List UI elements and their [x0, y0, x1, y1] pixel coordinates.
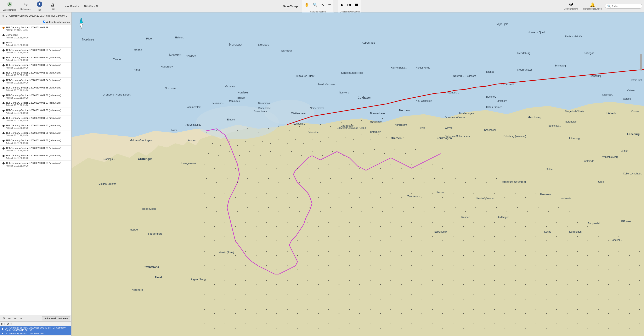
list-item-title: TET-Germany-Section1-20200619 001 53 (ke… — [6, 71, 70, 74]
center-selection-button[interactable]: Auf Auswahl zentrieren — [42, 316, 70, 320]
svg-point-477 — [536, 309, 536, 310]
zoom-tool-button[interactable]: 🔍 — [311, 0, 319, 10]
auto-name-label: Automatisch benennen — [46, 21, 70, 23]
svg-text:Friesoythe: Friesoythe — [308, 131, 318, 133]
svg-text:Hoogeveen: Hoogeveen — [142, 207, 156, 210]
list-item[interactable]: TET-Germany-Section1-20200619 001 58 (ke… — [0, 108, 71, 115]
list-item[interactable]: TET-Germany-Section1-20200619 001 64 (ke… — [0, 153, 71, 160]
svg-point-130 — [256, 197, 256, 198]
list-item[interactable]: StromAnkunft: 27.03.21, 09:20 — [0, 40, 71, 48]
svg-point-79 — [287, 164, 288, 164]
svg-point-381 — [432, 280, 433, 281]
list-item-title: Strom — [6, 41, 70, 44]
list-item-subtitle: Ankunft: 27.03.21, 09:20 — [6, 67, 70, 69]
svg-point-168 — [310, 207, 310, 208]
svg-point-2 — [9, 4, 10, 5]
svg-point-498 — [308, 323, 308, 324]
svg-point-375 — [370, 280, 370, 281]
svg-point-466 — [422, 313, 422, 314]
auto-name-checkbox[interactable]: Automatisch benennen — [43, 21, 70, 23]
erstellungswerkzeuge-buttons: ▶ ⏭ ⏹ — [339, 0, 360, 10]
richtungen-icon: ↪ — [24, 2, 28, 8]
svg-text:Gifhorn: Gifhorn — [621, 220, 631, 223]
cursor-tool-button[interactable]: ↖ — [320, 0, 326, 10]
svg-point-425 — [442, 299, 443, 299]
info-button[interactable]: i Info — [34, 1, 46, 12]
list-item-subtitle: Ankunft: 27.03.21, 09:20 — [6, 52, 70, 54]
list-item[interactable]: TET-Germany-Section1-20200619 001 63 (ke… — [0, 145, 71, 153]
list-item[interactable]: TET-Germany-Section1-20200619 001 59 (ke… — [0, 115, 71, 123]
svg-point-287 — [349, 251, 350, 252]
svg-point-353 — [588, 270, 588, 270]
list-item[interactable]: TET-Germany-Section1-20200619 001 61 (ke… — [0, 130, 71, 138]
list-item-content: TET-Germany-Section1-20200619 001 61 (ke… — [6, 131, 70, 137]
status-gear-icon[interactable]: ⚙ — [6, 322, 9, 325]
svg-point-21 — [341, 122, 342, 123]
svg-point-292 — [401, 255, 402, 256]
svg-point-370 — [318, 284, 319, 285]
list-item[interactable]: TET-Germany-Section1-20200619 001 62 (ke… — [0, 138, 71, 145]
list-extra-button[interactable]: ≡ — [19, 316, 24, 321]
aktivitaetsprofil-button[interactable]: Aktivitätsprofil — [82, 1, 100, 12]
list-redo-button[interactable]: ↪ — [13, 316, 18, 321]
search-box[interactable]: 🔍 — [605, 4, 642, 9]
svg-point-328 — [328, 265, 329, 266]
svg-text:Horsens Fjord...: Horsens Fjord... — [528, 31, 547, 34]
auto-name-check[interactable] — [43, 21, 46, 23]
list-item[interactable]: TET-Germany-Section1-20200619 001 60 (ke… — [0, 123, 71, 130]
overview-map-button[interactable]: 🗺 Übersichtskarte — [562, 1, 580, 12]
svg-point-524 — [577, 323, 578, 324]
richtungen-button[interactable]: ↪ Richtungen — [19, 1, 33, 12]
notifications-button[interactable]: 🔔 Benachrichtigungen — [582, 1, 603, 12]
list-item[interactable]: DonnerstedtAnkunft: 27.03.21, 09:20 — [0, 32, 71, 40]
list-item[interactable]: TET-Germany-Section1-20200619 001 57 (ke… — [0, 100, 71, 108]
direkt-button[interactable]: ●●● Direkt ▼ — [64, 1, 81, 12]
svg-point-380 — [422, 284, 422, 285]
svg-point-195 — [214, 226, 215, 227]
list-item[interactable]: TET-Germany-Section1-20200619 001 51 (ke… — [0, 55, 71, 63]
list-item[interactable]: TET-Germany-Section1-20200619 001 54 (ke… — [0, 78, 71, 85]
forward-button[interactable]: ⏭ — [346, 0, 353, 10]
svg-point-89 — [390, 164, 391, 164]
svg-point-120 — [465, 182, 466, 183]
hand-tool-button[interactable]: ✋ — [303, 0, 311, 10]
list-item[interactable]: TET-Germany-Section1-20200619 001 50 (ke… — [0, 48, 71, 55]
list-item[interactable]: TET-Germany-Section1-20200619 001 65 (ke… — [0, 160, 71, 168]
map-scroll-handle[interactable] — [640, 54, 642, 71]
svg-point-338 — [432, 265, 433, 266]
status-item[interactable]: TET-Germany-Section1-20200619 001 — [0, 332, 71, 335]
list-item[interactable]: TET-Germany-Section1-20200619 001 49Abfa… — [0, 25, 71, 32]
list-item-content: TET-Germany-Section1-20200619 001 63 (ke… — [6, 147, 70, 152]
svg-point-372 — [338, 284, 340, 285]
pencil-tool-button[interactable]: ✏ — [326, 0, 333, 10]
svg-point-435 — [546, 299, 547, 299]
svg-point-505 — [380, 328, 381, 328]
svg-text:Nordenham: Nordenham — [370, 120, 382, 123]
status-scroll-icon[interactable]: ≡ — [10, 322, 12, 325]
stop-button[interactable]: ⏹ — [353, 0, 360, 10]
svg-text:Hoogeveen: Hoogeveen — [182, 161, 196, 165]
svg-point-484 — [608, 313, 609, 314]
zwischenziele-button[interactable]: Zwischenziele — [2, 1, 18, 12]
svg-point-52 — [229, 151, 230, 152]
play-button[interactable]: ▶ — [339, 0, 345, 10]
list-undo-button[interactable]: ↩ — [7, 316, 12, 321]
print-button[interactable]: 🖨 Print — [47, 1, 59, 12]
search-input[interactable] — [612, 5, 640, 8]
list-item[interactable]: TET-Germany-Section1-20200619 001 53 (ke… — [0, 70, 71, 78]
map-area[interactable]: Nordsee Nordsee Nordsee Nordsee Nordsee … — [72, 13, 644, 336]
list-item-title: TET-Germany-Section1-20200619 001 55 (ke… — [6, 86, 70, 89]
list-item[interactable]: TET-Germany-Section1-20200619 001 52 (ke… — [0, 63, 71, 70]
svg-point-11 — [237, 130, 238, 131]
svg-point-221 — [484, 226, 484, 227]
svg-point-175 — [382, 211, 383, 212]
list-settings-button[interactable]: ⚙ — [1, 316, 6, 321]
svg-point-114 — [403, 182, 404, 183]
svg-point-291 — [390, 251, 391, 252]
breadcrumb-back-icon[interactable]: ◀ — [2, 14, 4, 17]
list-item[interactable]: TET-Germany-Section1-20200619 001 56 (ke… — [0, 93, 71, 100]
list-item[interactable]: TET-Germany-Section1-20200619 001 55 (ke… — [0, 85, 71, 93]
svg-point-525 — [588, 328, 588, 328]
status-item[interactable]: TET-Germany-Section1-20200619 001 49 bis… — [0, 326, 71, 332]
svg-point-34 — [278, 139, 279, 139]
